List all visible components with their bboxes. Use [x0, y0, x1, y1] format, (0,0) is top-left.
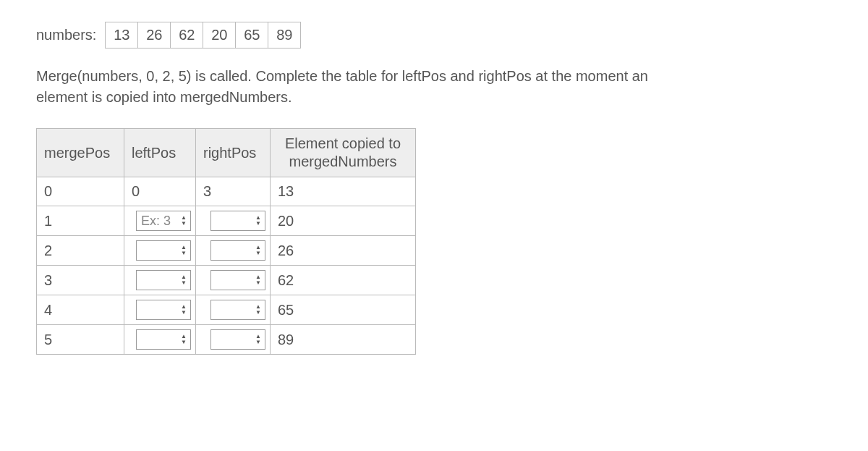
element-cell: 13 — [271, 177, 416, 206]
header-element-line1: Element copied to — [285, 135, 401, 151]
table-row: 1 ▲ ▼ ▲ ▼ 20 — [37, 206, 416, 236]
mergepos-cell: 3 — [37, 266, 124, 295]
rightpos-input-row1[interactable]: ▲ ▼ — [210, 211, 265, 231]
element-cell: 20 — [271, 206, 416, 236]
leftpos-input-row4[interactable]: ▲ ▼ — [136, 300, 191, 320]
header-leftpos: leftPos — [124, 129, 196, 177]
mergepos-cell: 4 — [37, 295, 124, 325]
chevron-down-icon[interactable]: ▼ — [253, 221, 263, 227]
stepper-arrows[interactable]: ▲ ▼ — [253, 330, 265, 349]
header-rightpos: rightPos — [196, 129, 271, 177]
chevron-down-icon[interactable]: ▼ — [253, 250, 263, 256]
numbers-row: numbers: 13 26 62 20 65 89 — [36, 22, 832, 49]
leftpos-input-row3[interactable]: ▲ ▼ — [136, 270, 191, 290]
numbers-cell: 26 — [138, 22, 171, 49]
leftpos-field[interactable] — [137, 211, 179, 230]
mergepos-cell: 5 — [37, 325, 124, 355]
numbers-cell: 13 — [106, 22, 138, 49]
rightpos-input-row2[interactable]: ▲ ▼ — [210, 240, 265, 261]
table-row: 5 ▲ ▼ ▲ ▼ 89 — [37, 325, 416, 355]
table-row: 3 ▲ ▼ ▲ ▼ 62 — [37, 266, 416, 295]
rightpos-field[interactable] — [211, 300, 253, 319]
element-cell: 89 — [271, 325, 416, 355]
mergepos-cell: 1 — [37, 206, 124, 236]
element-cell: 65 — [271, 295, 416, 325]
rightpos-field[interactable] — [211, 241, 253, 260]
rightpos-input-row5[interactable]: ▲ ▼ — [210, 329, 265, 350]
table-row: 0 0 3 13 — [37, 177, 416, 206]
stepper-arrows[interactable]: ▲ ▼ — [179, 241, 190, 260]
instructions-text: Merge(numbers, 0, 2, 5) is called. Compl… — [36, 66, 687, 108]
table-row: 2 ▲ ▼ ▲ ▼ 26 — [37, 236, 416, 266]
leftpos-field[interactable] — [137, 271, 179, 290]
numbers-cell: 65 — [236, 22, 268, 49]
stepper-arrows[interactable]: ▲ ▼ — [253, 211, 265, 230]
rightpos-input-row4[interactable]: ▲ ▼ — [210, 300, 265, 320]
leftpos-field[interactable] — [137, 241, 179, 260]
rightpos-input-row3[interactable]: ▲ ▼ — [210, 270, 265, 290]
numbers-label: numbers: — [36, 27, 96, 43]
mergepos-cell: 0 — [37, 177, 124, 206]
stepper-arrows[interactable]: ▲ ▼ — [179, 300, 190, 319]
element-cell: 26 — [271, 236, 416, 266]
leftpos-input-row1[interactable]: ▲ ▼ — [136, 211, 191, 231]
chevron-down-icon[interactable]: ▼ — [179, 280, 189, 286]
stepper-arrows[interactable]: ▲ ▼ — [253, 271, 265, 290]
rightpos-field[interactable] — [211, 330, 253, 349]
chevron-down-icon[interactable]: ▼ — [179, 310, 189, 316]
merge-table: mergePos leftPos rightPos Element copied… — [36, 128, 416, 355]
leftpos-field[interactable] — [137, 300, 179, 319]
header-element-line2: mergedNumbers — [289, 153, 397, 169]
leftpos-static: 0 — [124, 177, 196, 206]
leftpos-field[interactable] — [137, 330, 179, 349]
chevron-down-icon[interactable]: ▼ — [179, 221, 189, 227]
stepper-arrows[interactable]: ▲ ▼ — [253, 300, 265, 319]
numbers-cell: 20 — [203, 22, 236, 49]
stepper-arrows[interactable]: ▲ ▼ — [253, 241, 265, 260]
rightpos-field[interactable] — [211, 211, 253, 230]
chevron-down-icon[interactable]: ▼ — [253, 280, 263, 286]
stepper-arrows[interactable]: ▲ ▼ — [179, 211, 190, 230]
chevron-down-icon[interactable]: ▼ — [179, 340, 189, 345]
leftpos-input-row2[interactable]: ▲ ▼ — [136, 240, 191, 261]
rightpos-field[interactable] — [211, 271, 253, 290]
numbers-cell: 89 — [268, 22, 301, 49]
element-cell: 62 — [271, 266, 416, 295]
chevron-down-icon[interactable]: ▼ — [179, 250, 189, 256]
header-element: Element copied to mergedNumbers — [271, 129, 416, 177]
header-mergepos: mergePos — [37, 129, 124, 177]
leftpos-input-row5[interactable]: ▲ ▼ — [136, 329, 191, 350]
rightpos-static: 3 — [196, 177, 271, 206]
stepper-arrows[interactable]: ▲ ▼ — [179, 271, 190, 290]
numbers-cell: 62 — [171, 22, 203, 49]
stepper-arrows[interactable]: ▲ ▼ — [179, 330, 190, 349]
chevron-down-icon[interactable]: ▼ — [253, 340, 263, 345]
table-row: 4 ▲ ▼ ▲ ▼ 65 — [37, 295, 416, 325]
mergepos-cell: 2 — [37, 236, 124, 266]
chevron-down-icon[interactable]: ▼ — [253, 310, 263, 316]
numbers-table: 13 26 62 20 65 89 — [105, 22, 301, 49]
